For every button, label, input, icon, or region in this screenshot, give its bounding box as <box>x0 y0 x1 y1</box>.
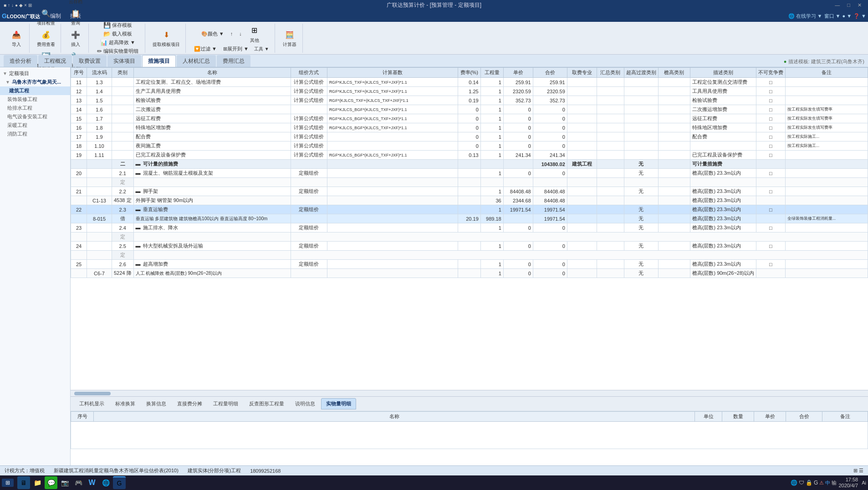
collapse-icon[interactable]: ▬ <box>136 170 141 176</box>
table-row[interactable]: 12 1.4 生产工具用具使用费 计算公式组价 RGF*KJLCS_TXF+(K… <box>71 87 868 96</box>
taskbar-ai-icon[interactable]: Ai <box>862 480 866 485</box>
sidebar-item-heating[interactable]: 采暖工程 <box>0 121 70 130</box>
calculator-button[interactable]: 🧮 计算器 <box>281 27 299 49</box>
table-row[interactable]: 25 2.6 ▬ 超高增加费 定额组价 1 0 0 无 <box>71 260 868 269</box>
close-button[interactable]: ✕ <box>855 2 864 8</box>
tab-description[interactable]: 说明信息 <box>290 398 320 409</box>
group-row[interactable]: 二 ▬ 可计量的措施费 104380.02 建筑工程 无 可计量措施费 <box>71 160 868 169</box>
collapse-icon[interactable]: ▬ <box>136 188 141 194</box>
cell-code: 1.8 <box>87 123 112 132</box>
window-controls[interactable]: — □ ✕ <box>832 2 864 8</box>
edit-qty-button[interactable]: ✏ 编辑实物量明细 <box>94 47 141 56</box>
tab-entity-items[interactable]: 实体项目 <box>107 55 141 67</box>
start-button[interactable]: ⊞ <box>2 479 14 487</box>
collapse-icon[interactable]: ▬ <box>136 207 141 212</box>
tab-fee-settings[interactable]: 取费设置 <box>73 55 107 67</box>
table-row[interactable]: 11 1.3 工程定位复测、工程点交、场地清理费 计算公式组价 RGF*KJLC… <box>71 78 868 87</box>
taskbar-network-icon[interactable]: 🌐 <box>791 480 797 486</box>
table-row[interactable]: 19 1.11 已完工程及设备保护费 计算公式组价 RGF*KJLCS_BGF*… <box>71 151 868 160</box>
save-template-button[interactable]: 💾 保存模板 <box>101 21 135 30</box>
tab-project-overview[interactable]: 工程概况 <box>38 55 72 67</box>
table-row-selected[interactable]: 22 2.3 ▬ 垂直运输费 定额组价 1 19971.54 19971.54 … <box>71 205 868 214</box>
taskbar-lang-icon[interactable]: 中 <box>825 480 830 486</box>
tab-convert-info[interactable]: 换算信息 <box>141 398 171 409</box>
collapse-icon[interactable]: ▬ <box>136 243 141 248</box>
taskbar-icon-game[interactable]: 🎮 <box>72 476 85 489</box>
scrollbar-thumb[interactable] <box>74 392 111 395</box>
tab-labor-material[interactable]: 人材机汇总 <box>177 55 216 67</box>
online-learn[interactable]: 🌐 在线学习 ▼ <box>788 13 822 20</box>
taskbar-icon-files[interactable]: 📁 <box>31 476 44 489</box>
color-button[interactable]: 🎨 颜色 ▼ <box>199 30 227 38</box>
window-menu[interactable]: 窗口 ▼ <box>824 13 841 20</box>
cloud-button[interactable]: ☁ 云存档 <box>66 0 85 6</box>
taskbar-security-icon[interactable]: 🔒 <box>806 480 812 486</box>
sidebar-item-fire[interactable]: 消防工程 <box>0 130 70 138</box>
table-row[interactable]: 13 1.5 检验试验费 计算公式组价 RGF*(KJLCS_TXF+(KJLC… <box>71 96 868 105</box>
maximize-button[interactable]: □ <box>844 2 853 8</box>
taskbar-icon-browser[interactable]: 🌐 <box>99 476 112 489</box>
tab-cost-analysis[interactable]: 造价分析 <box>4 55 37 67</box>
sidebar-item-construction[interactable]: 建筑工程 <box>0 86 70 95</box>
tab-std-convert[interactable]: 标准换算 <box>110 398 140 409</box>
tab-fee-summary[interactable]: 费用汇总 <box>217 55 250 67</box>
taskbar-shield-icon[interactable]: 🛡 <box>799 480 804 486</box>
move-up-button[interactable]: ↑ <box>228 30 236 37</box>
taskbar-icon-glodon[interactable]: G <box>113 476 126 489</box>
tab-measures[interactable]: 措施项目 <box>142 55 176 67</box>
table-row-detail[interactable]: C6-7 5224 降 人工 机械降效 檐高(层数) 90m(26~28)以内 … <box>71 269 868 278</box>
table-row[interactable]: 21 2.2 ▬ 脚手架 定额组价 1 84408.48 84408.48 无 <box>71 187 868 196</box>
taskbar-antivirus-icon[interactable]: G <box>814 480 818 486</box>
taskbar-icon-word[interactable]: W <box>86 476 98 489</box>
cell-qty: 1 <box>480 169 503 178</box>
taskbar-icon-camera[interactable]: 📷 <box>58 476 71 489</box>
load-template-button[interactable]: 📂 载入模板 <box>101 30 135 38</box>
table-row[interactable]: 20 2.1 ▬ 混凝土、钢筋混凝土模板及支架 定额组价 1 0 0 无 <box>71 169 868 178</box>
project-check-button[interactable]: 🔍 项目检查 <box>35 6 57 27</box>
fee-query-button[interactable]: 💰 费用查看 <box>35 27 57 49</box>
tab-labor-display[interactable]: 工料机显示 <box>74 398 109 409</box>
user-menu[interactable]: ● ▼ <box>842 13 852 19</box>
inquire-button[interactable]: 📋 查询 <box>66 6 85 27</box>
collapse-icon[interactable]: ▬ <box>136 261 141 267</box>
help-menu[interactable]: ❓ ▼ <box>853 13 866 19</box>
table-row[interactable]: 17 1.9 配合费 计算公式组价 0 1 0 0 <box>71 132 868 141</box>
sidebar-root[interactable]: ▼ 定额项目 <box>0 69 70 78</box>
over-effect-button[interactable]: 📊 超高降效 ▼ <box>97 38 138 47</box>
table-row[interactable]: 14 1.6 二次搬运费 RGF*KJLCS_BGF*(KJLCS_TXF+JX… <box>71 105 868 114</box>
table-row[interactable]: 23 2.4 ▬ 施工排水、降水 定额组价 1 0 0 无 <box>71 223 868 232</box>
import-button[interactable]: 📥 导入 <box>7 27 26 49</box>
table-row[interactable]: 24 2.5 ▬ 特大型机械安拆及场外运输 定额组价 1 0 0 无 <box>71 242 868 251</box>
fetch-button[interactable]: ⬇ 提取模板项目 <box>151 27 182 49</box>
taskbar-input-icon[interactable]: 输 <box>832 480 837 486</box>
taskbar-icon-wechat[interactable]: 💬 <box>45 476 57 489</box>
expand-button[interactable]: ⊞ 展开到 ▼ <box>220 45 251 53</box>
sidebar-item-plumbing[interactable]: 给排水工程 <box>0 104 70 112</box>
minimize-button[interactable]: — <box>832 2 842 8</box>
sidebar-project[interactable]: ▼ 乌鲁木齐市气象局天... <box>0 78 70 86</box>
table-row-detail[interactable]: C1-13 4538 定 外脚手架 钢管架 90m以内 36 2344.68 8… <box>71 196 868 205</box>
insert-button[interactable]: ➕ 插入 <box>66 27 85 49</box>
table-row[interactable]: 16 1.8 特殊地区增加费 计算公式组价 RGF*KJLCS_BGF*(KJL… <box>71 123 868 132</box>
tab-qty-detail[interactable]: 工程量明细 <box>208 398 243 409</box>
other-button[interactable]: ⊞ 其他 <box>245 23 264 45</box>
tab-drawing-qty[interactable]: 反查图形工程量 <box>244 398 289 409</box>
tab-direct-split[interactable]: 直接费分摊 <box>172 398 207 409</box>
sidebar: ▼ 定额项目 ▼ 乌鲁木齐市气象局天... 建筑工程 装饰装修工程 给排水工程 … <box>0 67 71 465</box>
table-row[interactable]: 15 1.7 远征工程费 计算公式组价 RGF*KJLCS_BGF*(KJLCS… <box>71 114 868 123</box>
cell-code: 1.7 <box>87 114 112 123</box>
filter-button[interactable]: 🔽 过滤 ▼ <box>191 45 220 53</box>
table-row-detail[interactable]: 8-015 借 垂直运输 多层建筑物 建筑物檐高100以内 垂直运输高度 80~… <box>71 214 868 223</box>
table-row[interactable]: 18 1.10 夜间施工费 计算公式组价 0 1 0 0 <box>71 141 868 151</box>
taskbar-icon-explorer[interactable]: 🖥 <box>17 476 30 489</box>
collapse-icon[interactable]: ▬ <box>136 225 141 230</box>
view-toggle-icons[interactable]: ⊞ ☰ <box>853 468 863 474</box>
tab-physical-detail[interactable]: 实物量明细 <box>321 398 356 409</box>
sidebar-item-decoration[interactable]: 装饰装修工程 <box>0 95 70 104</box>
group-collapse-icon[interactable]: ▬ <box>136 161 141 167</box>
sidebar-item-electrical[interactable]: 电气设备安装工程 <box>0 112 70 121</box>
horizontal-scrollbar[interactable] <box>71 390 868 396</box>
tool-button[interactable]: 工具 ▼ <box>252 45 271 53</box>
main-table-area[interactable]: 序号 流水码 类别 名称 组价方式 计算基数 费率(%) 工程量 单价 合价 取… <box>71 67 868 390</box>
move-down-button[interactable]: ↓ <box>236 30 245 37</box>
